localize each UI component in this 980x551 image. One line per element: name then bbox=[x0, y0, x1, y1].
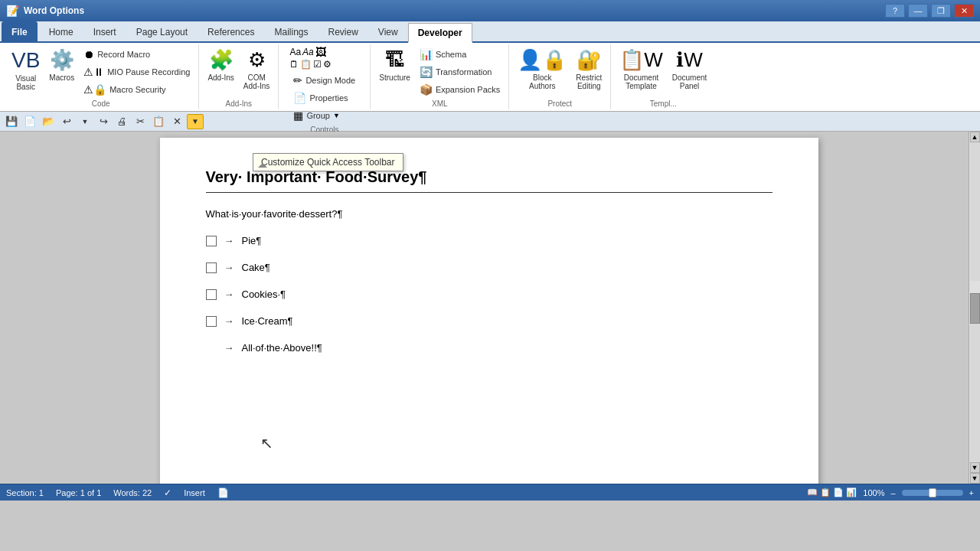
macros-button[interactable]: ⚙️ Macros bbox=[45, 46, 78, 84]
addins-button[interactable]: 🧩 Add-Ins bbox=[204, 46, 237, 84]
macro-security-button[interactable]: ⚠🔒 Macro Security bbox=[80, 81, 194, 98]
qa-undo-dropdown[interactable]: ▼ bbox=[77, 114, 93, 129]
document-panel-button[interactable]: ℹW DocumentPanel bbox=[668, 46, 711, 93]
properties-label: Properties bbox=[309, 93, 348, 103]
expansion-packs-button[interactable]: 📦 Expansion Packs bbox=[416, 81, 504, 98]
qa-cut-button[interactable]: ✂ bbox=[132, 114, 149, 129]
status-left: Section: 1 Page: 1 of 1 Words: 22 ✓ Inse… bbox=[6, 487, 229, 498]
document-area: Very· Important· Food·Survey¶ What·is·yo… bbox=[0, 132, 980, 484]
list-item: → Cookies·¶ bbox=[206, 289, 773, 300]
block-authors-icon: 👤🔒 bbox=[518, 48, 567, 72]
ribbon-group-controls: Aa Aa 🖼 🗒 📋 ☑ ⚙ ✏ Design Mode 📄 Properti… bbox=[279, 44, 371, 109]
code-group-label: Code bbox=[92, 99, 110, 108]
pause-recording-button[interactable]: ⚠⏸ MIO Pause Recording bbox=[80, 64, 194, 80]
scroll-up-button[interactable]: ▲ bbox=[970, 132, 980, 142]
tooltip-text: Customize Quick Access Toolbar bbox=[261, 157, 395, 168]
pause-recording-icon: ⚠⏸ bbox=[83, 66, 104, 78]
xml-small-buttons: 📊 Schema 🔄 Transformation 📦 Expansion Pa… bbox=[416, 46, 504, 98]
tab-references[interactable]: References bbox=[198, 21, 264, 41]
transformation-button[interactable]: 🔄 Transformation bbox=[416, 64, 504, 80]
protect-group-label: Protect bbox=[547, 99, 572, 108]
right-scrollbar[interactable]: ▲ ▼ ▼ bbox=[969, 132, 980, 484]
record-macro-button[interactable]: ⏺ Record Macro bbox=[80, 46, 194, 63]
group-label: Group bbox=[306, 111, 330, 120]
visual-basic-label: VisualBasic bbox=[15, 74, 36, 91]
qa-new-button[interactable]: 📄 bbox=[21, 114, 38, 129]
scrollbar-thumb[interactable] bbox=[970, 293, 980, 324]
tab-mailings[interactable]: Mailings bbox=[264, 21, 318, 41]
addins-label: Add-Ins bbox=[207, 73, 234, 82]
qa-save-button[interactable]: 💾 bbox=[3, 114, 20, 129]
zoom-in-icon[interactable]: + bbox=[969, 488, 974, 497]
schema-icon: 📊 bbox=[420, 48, 433, 60]
tab-page-layout[interactable]: Page Layout bbox=[126, 21, 198, 41]
tab-developer[interactable]: Developer bbox=[408, 23, 472, 43]
qa-customize-button[interactable]: ▼ bbox=[187, 114, 204, 129]
document-template-icon: 📋W bbox=[619, 48, 663, 72]
tab-home[interactable]: Home bbox=[39, 21, 83, 41]
expansion-packs-icon: 📦 bbox=[420, 83, 433, 96]
qa-redo-button[interactable]: ↪ bbox=[95, 114, 112, 129]
macro-security-label: Macro Security bbox=[109, 85, 165, 94]
group-button[interactable]: ▦ Group ▼ bbox=[289, 107, 359, 124]
record-macro-icon: ⏺ bbox=[83, 48, 94, 60]
qa-paste-button[interactable]: 📋 bbox=[150, 114, 167, 129]
tab-view[interactable]: View bbox=[368, 21, 408, 41]
record-macro-label: Record Macro bbox=[97, 50, 150, 59]
scroll-down-button[interactable]: ▼ bbox=[970, 462, 980, 473]
checkbox-cake[interactable] bbox=[206, 262, 217, 273]
group-icon: ▦ bbox=[293, 109, 303, 122]
tab-insert[interactable]: Insert bbox=[83, 21, 126, 41]
minimize-button[interactable]: — bbox=[908, 4, 928, 18]
ribbon-group-protect: 👤🔒 BlockAuthors 🔐 RestrictEditing Protec… bbox=[509, 44, 611, 109]
xml-group-label: XML bbox=[432, 99, 448, 108]
close-button[interactable]: ✕ bbox=[954, 4, 974, 18]
document-page-area[interactable]: Very· Important· Food·Survey¶ What·is·yo… bbox=[9, 132, 969, 484]
structure-icon: 🏗 bbox=[385, 48, 405, 72]
ribbon-group-addins: 🧩 Add-Ins ⚙ COMAdd-Ins Add-Ins bbox=[199, 44, 279, 109]
ribbon-tabs: File Home Insert Page Layout References … bbox=[0, 21, 980, 43]
pause-recording-label: MIO Pause Recording bbox=[107, 67, 190, 77]
zoom-slider[interactable] bbox=[902, 490, 963, 496]
document-title: Very· Important· Food·Survey¶ bbox=[206, 168, 773, 193]
status-view-icons: 📖 📋 📄 📊 bbox=[807, 487, 857, 497]
checkbox-ice-cream[interactable] bbox=[206, 316, 217, 327]
tab-review[interactable]: Review bbox=[318, 21, 368, 41]
document-panel-icon: ℹW bbox=[676, 48, 703, 72]
help-button[interactable]: ? bbox=[885, 4, 905, 18]
scroll-down2-button[interactable]: ▼ bbox=[970, 473, 980, 484]
arrow-ice-cream: → bbox=[224, 315, 234, 327]
checkbox-pie[interactable] bbox=[206, 236, 217, 246]
structure-label: Structure bbox=[379, 73, 410, 82]
restore-button[interactable]: ❐ bbox=[931, 4, 951, 18]
addins-group-items: 🧩 Add-Ins ⚙ COMAdd-Ins bbox=[204, 46, 273, 98]
arrow-pie: → bbox=[224, 235, 234, 246]
schema-button[interactable]: 📊 Schema bbox=[416, 46, 504, 63]
zoom-out-icon[interactable]: – bbox=[890, 488, 895, 497]
qa-cancel-button[interactable]: ✕ bbox=[168, 114, 185, 129]
item-cookies-label: Cookies·¶ bbox=[242, 289, 286, 300]
addins-icon: 🧩 bbox=[209, 48, 234, 72]
protect-group-items: 👤🔒 BlockAuthors 🔐 RestrictEditing bbox=[514, 46, 606, 98]
restrict-editing-button[interactable]: 🔐 RestrictEditing bbox=[572, 46, 606, 93]
qa-print-button[interactable]: 🖨 bbox=[113, 114, 130, 129]
properties-button[interactable]: 📄 Properties bbox=[289, 90, 359, 106]
qa-open-button[interactable]: 📂 bbox=[40, 114, 57, 129]
structure-button[interactable]: 🏗 Structure bbox=[375, 46, 414, 84]
tab-file[interactable]: File bbox=[2, 21, 38, 41]
block-authors-button[interactable]: 👤🔒 BlockAuthors bbox=[514, 46, 570, 93]
qa-undo-button[interactable]: ↩ bbox=[58, 114, 75, 129]
com-addins-button[interactable]: ⚙ COMAdd-Ins bbox=[240, 46, 273, 93]
list-item: → Pie¶ bbox=[206, 235, 773, 246]
document-page[interactable]: Very· Important· Food·Survey¶ What·is·yo… bbox=[160, 138, 818, 484]
zoom-thumb[interactable] bbox=[929, 488, 936, 497]
arrow-cake: → bbox=[224, 262, 234, 273]
document-template-button[interactable]: 📋W DocumentTemplate bbox=[616, 46, 667, 93]
visual-basic-button[interactable]: VB VisualBasic bbox=[8, 46, 44, 93]
design-mode-button[interactable]: ✏ Design Mode bbox=[289, 72, 359, 89]
document-panel-label: DocumentPanel bbox=[672, 73, 707, 90]
block-authors-label: BlockAuthors bbox=[529, 73, 555, 90]
list-item: → All·of·the·Above!!¶ bbox=[224, 342, 773, 354]
status-right: 📖 📋 📄 📊 100% – + bbox=[807, 487, 974, 497]
checkbox-cookies[interactable] bbox=[206, 289, 217, 300]
